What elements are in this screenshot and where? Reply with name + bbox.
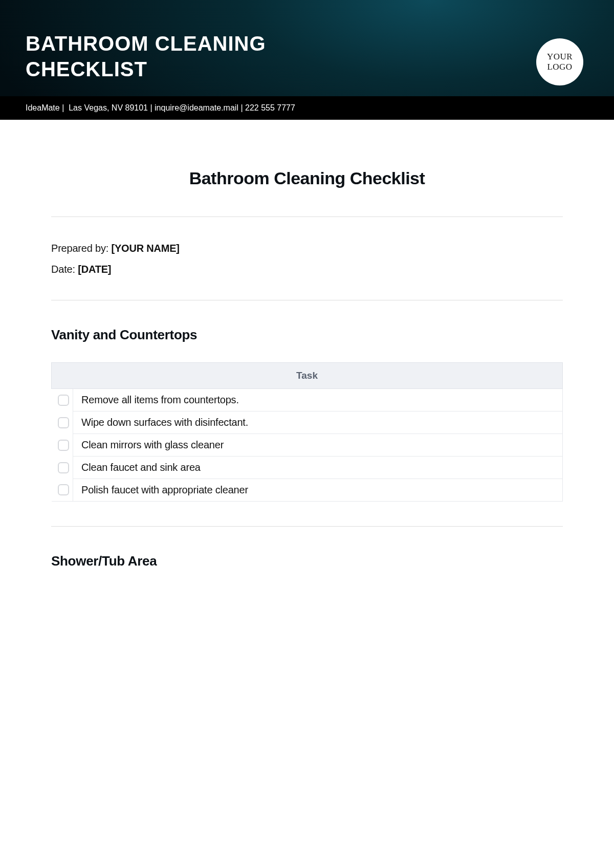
hero-title: BATHROOM CLEANING CHECKLIST [26, 31, 384, 82]
section-title-vanity: Vanity and Countertops [51, 327, 563, 343]
document-body: Bathroom Cleaning Checklist Prepared by:… [0, 120, 614, 609]
logo-line-1: YOUR [547, 52, 573, 61]
divider [51, 526, 563, 527]
checkbox-icon[interactable] [58, 440, 69, 451]
header-banner: BATHROOM CLEANING CHECKLIST YOUR LOGO [0, 0, 614, 96]
date-value: [DATE] [78, 264, 111, 275]
company-email: inquire@ideamate.mail [155, 103, 238, 112]
prepared-by-line: Prepared by: [YOUR NAME] [51, 243, 563, 254]
checkbox-icon[interactable] [58, 484, 69, 495]
meta-block: Prepared by: [YOUR NAME] Date: [DATE] [51, 243, 563, 275]
divider [51, 300, 563, 300]
table-row: Clean faucet and sink area [52, 457, 563, 479]
section-title-shower: Shower/Tub Area [51, 553, 563, 569]
company-address: Las Vegas, NV 89101 [69, 103, 148, 112]
document-title: Bathroom Cleaning Checklist [51, 168, 563, 188]
task-text: Clean mirrors with glass cleaner [73, 434, 562, 456]
checkbox-icon[interactable] [58, 462, 69, 473]
date-line: Date: [DATE] [51, 264, 563, 275]
prepared-by-label: Prepared by: [51, 243, 111, 254]
company-name: IdeaMate [26, 103, 60, 112]
task-text: Polish faucet with appropriate cleaner [73, 479, 562, 501]
divider [51, 216, 563, 217]
checkbox-icon[interactable] [58, 417, 69, 428]
contact-bar: IdeaMate | Las Vegas, NV 89101 | inquire… [0, 96, 614, 120]
table-row: Polish faucet with appropriate cleaner [52, 479, 563, 502]
prepared-by-value: [YOUR NAME] [111, 243, 179, 254]
task-text: Clean faucet and sink area [73, 457, 562, 479]
checkbox-icon[interactable] [58, 395, 69, 406]
table-row: Remove all items from countertops. [52, 389, 563, 411]
company-phone: 222 555 7777 [245, 103, 295, 112]
table-row: Wipe down surfaces with disinfectant. [52, 411, 563, 434]
logo-placeholder: YOUR LOGO [536, 38, 583, 85]
task-text: Remove all items from countertops. [73, 389, 562, 411]
task-header: Task [52, 363, 563, 389]
task-table-vanity: Task Remove all items from countertops. … [51, 362, 563, 502]
table-row: Clean mirrors with glass cleaner [52, 434, 563, 457]
date-label: Date: [51, 264, 78, 275]
logo-line-2: LOGO [547, 62, 572, 72]
task-text: Wipe down surfaces with disinfectant. [73, 411, 562, 433]
